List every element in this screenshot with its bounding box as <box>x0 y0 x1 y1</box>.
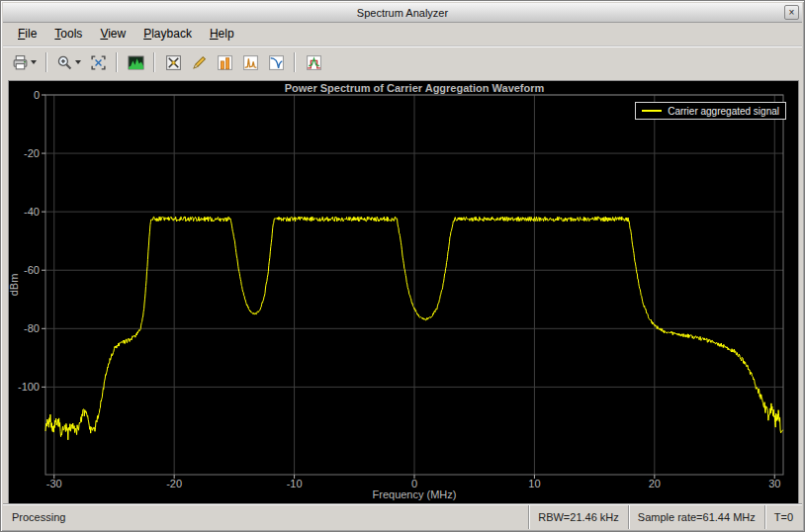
title-bar[interactable]: Spectrum Analyzer × <box>3 3 802 23</box>
status-rbw: RBW=21.46 kHz <box>528 505 628 529</box>
printer-icon <box>12 54 29 71</box>
y-tick-label: -60 <box>24 264 40 276</box>
toolbar-separator <box>153 52 155 72</box>
axis-ticks: -30-20-1001020300-20-40-60-80-100 <box>18 89 780 490</box>
close-icon: × <box>789 8 795 18</box>
peak-finder-button[interactable] <box>187 50 211 74</box>
y-tick-label: -20 <box>24 147 40 159</box>
x-axis-label: Frequency (MHz) <box>373 488 457 500</box>
grid <box>45 95 783 475</box>
ccdf-measurements-icon <box>268 54 285 71</box>
plot-area[interactable]: -30-20-1001020300-20-40-60-80-100 Power … <box>9 81 798 504</box>
ccdf-measurements-button[interactable] <box>264 50 288 74</box>
distortion-measurements-button[interactable] <box>238 50 262 74</box>
dropdown-caret-icon <box>31 60 37 64</box>
legend-line-sample <box>642 110 662 112</box>
dropdown-caret-icon <box>75 60 81 64</box>
x-tick-label: -30 <box>46 478 62 489</box>
spectrum-settings-button[interactable] <box>124 50 147 74</box>
menu-tools[interactable]: Tools <box>45 24 91 44</box>
y-tick-label: -40 <box>24 206 40 218</box>
fit-to-view-button[interactable] <box>86 50 110 74</box>
menu-playback[interactable]: Playback <box>134 24 201 44</box>
y-tick-label: -100 <box>18 381 40 393</box>
status-bar: Processing RBW=21.46 kHz Sample rate=61.… <box>3 504 802 529</box>
menu-help[interactable]: Help <box>201 24 243 44</box>
toolbar-separator <box>294 52 296 72</box>
status-message: Processing <box>3 505 528 529</box>
channel-measurements-button[interactable] <box>213 50 236 74</box>
menu-file[interactable]: File <box>9 24 45 44</box>
legend-label: Carrier aggregated signal <box>668 106 779 117</box>
channel-measurements-icon <box>217 54 233 71</box>
y-tick-label: 0 <box>34 89 40 101</box>
distortion-measurements-icon <box>242 54 259 71</box>
spectrum-icon <box>128 54 144 71</box>
spectrum-analyzer-window: Spectrum Analyzer × File Tools View Play… <box>0 0 805 532</box>
menu-view[interactable]: View <box>91 24 134 44</box>
cursor-measurements-button[interactable] <box>161 50 185 74</box>
plot-title: Power Spectrum of Carrier Aggregation Wa… <box>285 82 545 94</box>
zoom-in-icon <box>56 54 73 71</box>
legend[interactable]: Carrier aggregated signal <box>635 102 786 120</box>
x-tick-label: -10 <box>287 478 303 489</box>
toolbar <box>3 45 802 78</box>
zoom-in-button[interactable] <box>53 50 84 74</box>
print-button[interactable] <box>9 50 40 74</box>
x-tick-label: 30 <box>768 478 780 489</box>
y-axis-label: dBm <box>9 274 20 297</box>
spectral-mask-button[interactable] <box>302 50 325 74</box>
x-tick-label: -20 <box>166 478 182 489</box>
cursor-measurements-icon <box>165 54 182 71</box>
status-time: T=0 <box>764 505 802 529</box>
close-button[interactable]: × <box>784 5 799 20</box>
spectral-mask-icon <box>306 54 322 71</box>
y-tick-label: -80 <box>24 322 40 334</box>
x-tick-label: 20 <box>649 478 661 489</box>
window-title: Spectrum Analyzer <box>357 7 448 19</box>
peak-finder-icon <box>191 54 208 71</box>
menu-bar: File Tools View Playback Help <box>3 22 802 45</box>
figure-area: -30-20-1001020300-20-40-60-80-100 Power … <box>9 81 798 504</box>
fit-to-view-icon <box>90 54 107 71</box>
toolbar-separator <box>116 52 118 72</box>
x-tick-label: 10 <box>528 478 540 489</box>
status-sample-rate: Sample rate=61.44 MHz <box>628 505 764 529</box>
toolbar-separator <box>45 52 47 72</box>
